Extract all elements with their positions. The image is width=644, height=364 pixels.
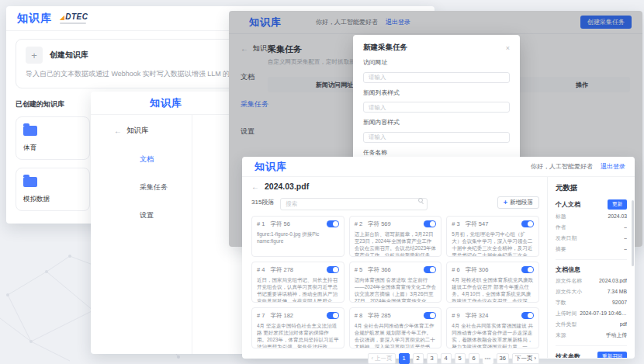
paragraph-card[interactable]: # 5 字符 366 迈向体育强国 奋发进取 坚定前行——2024年全国体育宣传… <box>349 262 442 303</box>
page-button[interactable]: 下一页 › <box>512 353 539 364</box>
paragraph-card[interactable]: # 8 字符 285 4月 全社会共同推动青少年体育工作合规护航发展 规划部署今… <box>349 307 442 348</box>
paragraph-card[interactable]: # 7 字符 182 4月 坚定走中国特色社会主义法治道路 更好发挥法治对体育的… <box>251 307 345 348</box>
page-button[interactable]: ‹ 上一页 <box>368 353 395 364</box>
paragraph-text: 5月初，党组理论学习中心组（扩大）会议集中学习，深入学习领会二十届中央纪委三次全… <box>452 231 534 257</box>
paragraph-enabled-toggle[interactable] <box>521 312 534 319</box>
paragraph-char-count: 字符 324 <box>466 312 489 320</box>
field-input[interactable] <box>363 102 510 113</box>
create-kb-description: 导入自己的文本数据或通过 Webhook 实时写入数据以增强 LLM 的上下文。 <box>26 69 258 80</box>
field-input[interactable] <box>363 72 510 83</box>
window-document-detail: 知识库 你好，人工智能爱好者 退出登录 ← 2024.03.pdf 315段落 … <box>242 157 635 359</box>
paragraph-text: 4月 全社会共同推动青少年体育工作合规护航发展 规划部署今年工作。会议强调，要深… <box>355 322 437 348</box>
paragraph-enabled-toggle[interactable] <box>424 220 436 227</box>
logout-link[interactable]: 退出登录 <box>601 162 625 171</box>
metadata-row: 上传时间 2024-07-19 10:46:36 <box>556 310 627 317</box>
page-button[interactable]: 5 <box>455 353 466 364</box>
kb-card[interactable]: 模拟数据 <box>16 168 90 211</box>
page-button[interactable]: 4 <box>441 353 452 364</box>
paragraph-enabled-toggle[interactable] <box>327 266 339 273</box>
metadata-value: – <box>624 235 627 241</box>
paragraph-card[interactable]: # 4 字符 278 近日，国家局党组书记、局长主持召开党组会议，认真学习贯彻习… <box>251 262 345 303</box>
metadata-section-technical: 技术参数 重新召回 向量数量 219fqamgjslqfn4 识别进度 100.… <box>556 345 627 358</box>
paragraph-enabled-toggle[interactable] <box>327 312 339 319</box>
create-kb-title: 创建知识库 <box>50 50 88 61</box>
paragraph-text: 4月 全社会共同落实体育强国建设 共同推动青少年体育合作进一步走深走实，着眼体教… <box>452 322 534 348</box>
add-paragraph-button[interactable]: + 新增段落 <box>497 196 539 209</box>
logo-text: DTEC <box>65 13 88 21</box>
paragraph-number: # 9 <box>452 312 459 319</box>
add-paragraph-label: 新增段落 <box>510 199 533 206</box>
page-button[interactable]: 3 <box>427 353 438 364</box>
modal-title: 新建采集任务 <box>363 43 407 53</box>
metadata-panel-title: 元数据 <box>556 183 627 193</box>
search-input[interactable] <box>280 198 428 210</box>
app-title: 知识库 <box>150 96 182 110</box>
update-button[interactable]: 更新 <box>608 199 627 210</box>
app-title: 知识库 <box>17 12 52 26</box>
metadata-row: 标题 2024.03 <box>556 213 627 220</box>
back-arrow-icon[interactable]: ← <box>251 182 259 191</box>
paragraph-card[interactable]: # 3 字符 547 5月初，党组理论学习中心组（扩大）会议集中学习，深入学习领… <box>446 216 539 257</box>
metadata-label: 原文件大小 <box>556 288 582 296</box>
recall-button[interactable]: 重新召回 <box>597 352 627 358</box>
search-icon <box>418 198 423 203</box>
app-title: 知识库 <box>254 160 287 174</box>
metadata-value: 2024.03 <box>608 213 627 219</box>
create-kb-card[interactable]: + 创建知识库 导入自己的文本数据或通过 Webhook 实时写入数据以增强 L… <box>16 39 265 88</box>
metadata-section-fileinfo: 文档信息 原文件名称 2024.03.pdf 原文件大小 7.34 MB 字数 … <box>556 259 627 339</box>
page-button[interactable]: 1 <box>399 353 410 364</box>
paragraph-card[interactable]: # 9 字符 324 4月 全社会共同落实体育强国建设 共同推动青少年体育合作进… <box>446 307 539 348</box>
paragraph-enabled-toggle[interactable] <box>521 220 534 227</box>
metadata-label: 文件类型 <box>556 321 576 328</box>
back-arrow-icon[interactable]: ← <box>114 127 122 135</box>
page-button[interactable]: 36 <box>497 353 509 364</box>
plus-icon: + <box>26 47 43 64</box>
metadata-row: 文件类型 pdf <box>556 321 627 328</box>
metadata-value: 手动上传 <box>606 331 627 339</box>
page-button[interactable]: 6 <box>469 353 480 364</box>
paragraph-count: 315段落 <box>251 198 274 206</box>
paragraph-number: # 2 <box>355 220 362 227</box>
metadata-value: – <box>624 246 627 251</box>
metadata-label: 上传时间 <box>556 310 576 317</box>
panel-scrollbar[interactable] <box>632 200 634 266</box>
sidebar-divider <box>192 115 192 354</box>
back-label: 知识库 <box>126 126 149 136</box>
paragraph-card[interactable]: # 1 字符 56 figure:1-figure-0.jpg 拼接Pic na… <box>251 216 345 257</box>
document-title: 2024.03.pdf <box>265 182 309 191</box>
paragraph-char-count: 字符 547 <box>466 220 489 228</box>
close-icon[interactable]: × <box>506 44 510 52</box>
paragraph-toolbar: 315段落 + 新增段落 <box>251 195 539 210</box>
metadata-label: 发表日期 <box>556 234 576 242</box>
metadata-row: 来源 手动上传 <box>556 331 627 339</box>
form-group: 新闻内容样式 <box>363 118 510 143</box>
metadata-row: 原文件大小 7.34 MB <box>556 288 627 296</box>
plus-icon: + <box>504 199 507 206</box>
paragraph-enabled-toggle[interactable] <box>424 266 436 273</box>
paragraph-card[interactable]: # 2 字符 569 迈上新台阶、谱写新篇章，3月22日至23日，2024年全国… <box>349 216 442 257</box>
folder-icon <box>23 177 37 187</box>
paragraph-card[interactable]: # 6 字符 306 4月 迎检述职 全国体育系统党风廉政建设工作会议召开 部署… <box>446 262 539 303</box>
user-greeting: 你好，人工智能爱好者 <box>531 162 593 171</box>
page-button[interactable]: ••• <box>483 353 493 364</box>
paragraph-enabled-toggle[interactable] <box>424 312 436 319</box>
metadata-label: 标题 <box>556 213 566 220</box>
metadata-value: 7.34 MB <box>608 289 627 294</box>
paragraph-text: 4月 坚定走中国特色社会主义法治道路 更好发挥法治对体育的保障作用。2023年，… <box>257 322 339 348</box>
metadata-value: pdf <box>620 321 627 327</box>
metadata-row: 作者 – <box>556 224 627 231</box>
form-group: 访问网址 <box>363 58 510 83</box>
page-button[interactable]: 2 <box>413 353 424 364</box>
paragraph-char-count: 字符 278 <box>270 266 293 274</box>
kb-card-name: 模拟数据 <box>23 195 82 204</box>
paragraph-enabled-toggle[interactable] <box>521 266 534 273</box>
kb-card[interactable]: 体育 <box>16 116 90 160</box>
document-header: 知识库 你好，人工智能爱好者 退出登录 <box>242 157 635 177</box>
field-input[interactable] <box>363 132 510 143</box>
metadata-value: 2024.03.pdf <box>599 278 627 283</box>
xdtec-logo: ◢ DTEC <box>60 13 88 24</box>
metadata-value: 2024-07-19 10:46:36 <box>580 310 627 316</box>
paragraph-number: # 3 <box>452 220 459 227</box>
section-name: 文档信息 <box>556 265 580 274</box>
paragraph-enabled-toggle[interactable] <box>327 220 339 227</box>
